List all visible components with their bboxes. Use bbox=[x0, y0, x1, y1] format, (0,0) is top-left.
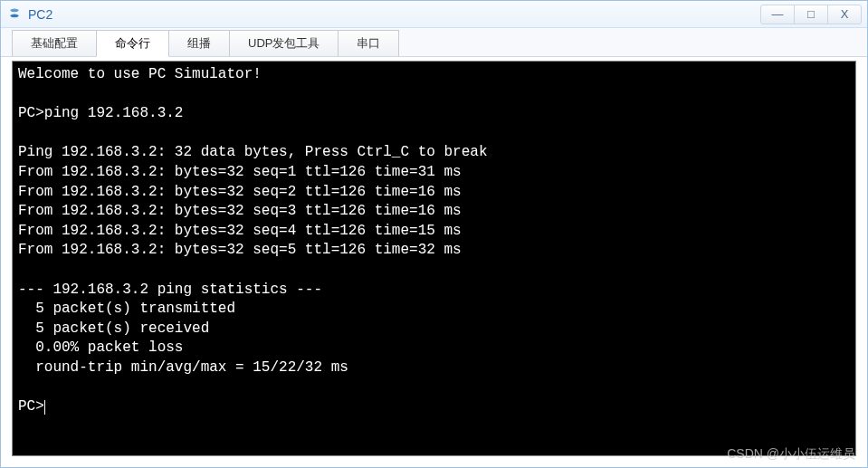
ping-stats-line: 5 packet(s) transmitted bbox=[18, 301, 235, 317]
ping-stats-line: 0.00% packet loss bbox=[18, 339, 183, 356]
ping-stats-line: round-trip min/avg/max = 15/22/32 ms bbox=[18, 359, 348, 376]
tabbar: 基础配置 命令行 组播 UDP发包工具 串口 bbox=[1, 28, 867, 57]
ping-reply: From 192.168.3.2: bytes=32 seq=5 ttl=126… bbox=[18, 242, 462, 258]
tab-udp-tool[interactable]: UDP发包工具 bbox=[229, 30, 339, 56]
tab-serial[interactable]: 串口 bbox=[338, 30, 399, 56]
ping-header: Ping 192.168.3.2: 32 data bytes, Press C… bbox=[18, 144, 487, 160]
minimize-button[interactable]: — bbox=[760, 5, 795, 24]
maximize-button[interactable]: □ bbox=[794, 5, 828, 24]
app-window: PC2 — □ X 基础配置 命令行 组播 UDP发包工具 串口 Welcome… bbox=[0, 0, 868, 468]
terminal-command: ping 192.168.3.2 bbox=[44, 105, 184, 121]
titlebar[interactable]: PC2 — □ X bbox=[1, 1, 867, 28]
terminal-prompt: PC> bbox=[18, 398, 44, 415]
window-title: PC2 bbox=[28, 7, 761, 22]
terminal-prompt: PC> bbox=[18, 105, 44, 121]
tab-command-line[interactable]: 命令行 bbox=[96, 30, 169, 57]
terminal-cursor bbox=[44, 400, 45, 415]
close-button[interactable]: X bbox=[827, 5, 862, 24]
ping-stats-header: --- 192.168.3.2 ping statistics --- bbox=[18, 282, 322, 298]
terminal-welcome: Welcome to use PC Simulator! bbox=[18, 66, 262, 82]
ping-reply: From 192.168.3.2: bytes=32 seq=4 ttl=126… bbox=[18, 223, 462, 239]
ping-stats-line: 5 packet(s) received bbox=[18, 320, 209, 337]
app-icon bbox=[6, 6, 23, 23]
ping-reply: From 192.168.3.2: bytes=32 seq=2 ttl=126… bbox=[18, 184, 462, 200]
ping-reply: From 192.168.3.2: bytes=32 seq=3 ttl=126… bbox=[18, 203, 462, 219]
terminal[interactable]: Welcome to use PC Simulator! PC>ping 192… bbox=[12, 61, 856, 456]
tab-multicast[interactable]: 组播 bbox=[168, 30, 230, 56]
window-controls: — □ X bbox=[761, 5, 862, 24]
ping-reply: From 192.168.3.2: bytes=32 seq=1 ttl=126… bbox=[18, 164, 462, 180]
tab-basic-config[interactable]: 基础配置 bbox=[12, 30, 97, 56]
